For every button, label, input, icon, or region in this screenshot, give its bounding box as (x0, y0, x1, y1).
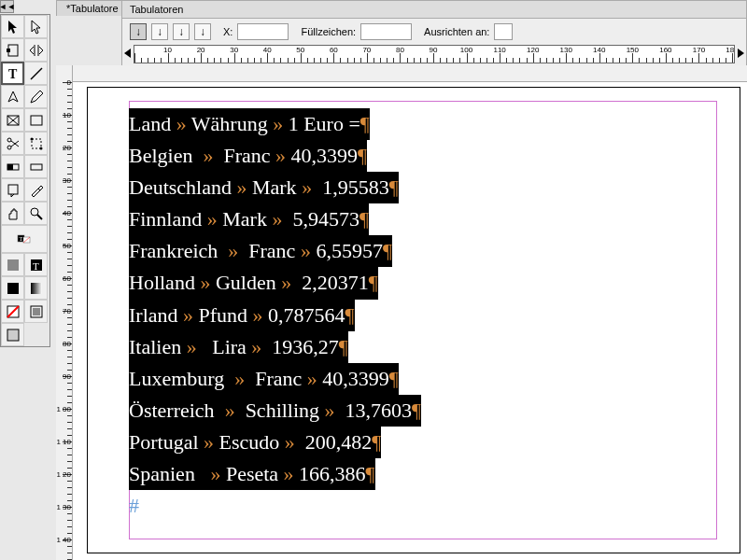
pen-tool[interactable] (1, 85, 24, 108)
scissors-tool[interactable] (1, 132, 24, 155)
horizontal-ruler (73, 65, 747, 82)
align-input[interactable] (494, 23, 513, 40)
formatting-text-icon[interactable]: T (24, 253, 48, 276)
svg-point-13 (30, 137, 33, 140)
gradient-feather-tool[interactable] (24, 155, 48, 178)
gap-tool[interactable] (24, 38, 48, 62)
svg-rect-1 (7, 49, 10, 52)
view-mode-preview-icon[interactable] (1, 323, 24, 346)
decimal-tab-button[interactable]: ↓ (194, 23, 211, 40)
svg-point-14 (39, 147, 42, 149)
x-input[interactable] (237, 23, 289, 40)
text-line: Land » Währung » 1 Euro =¶ (129, 108, 370, 140)
text-line: Spanien » Peseta » 166,386¶ (129, 458, 375, 490)
svg-rect-18 (8, 185, 18, 194)
tab-ruler[interactable]: 1020304050607080901001101201301401501601… (134, 45, 735, 63)
center-tab-button[interactable]: ↓ (151, 23, 168, 40)
document-canvas[interactable]: Land » Währung » 1 Euro =¶Belgien » Fran… (73, 82, 747, 560)
line-tool[interactable] (24, 62, 48, 85)
align-label: Ausrichten an: (424, 26, 489, 37)
tabs-panel-controls: ↓ ↓ ↓ ↓ X: Füllzeichen: Ausrichten an: (122, 19, 746, 45)
collapse-toolbox-button[interactable]: ◄◄ (0, 0, 14, 13)
free-transform-tool[interactable] (24, 132, 48, 155)
story-end-marker: # (129, 494, 139, 517)
hand-tool[interactable] (1, 202, 24, 225)
type-tool[interactable]: T (1, 62, 24, 85)
svg-rect-28 (7, 283, 19, 294)
selection-tool[interactable] (1, 15, 24, 38)
formatting-container-icon[interactable] (1, 253, 24, 276)
tabs-panel: Tabulatoren ↓ ↓ ↓ ↓ X: Füllzeichen: Ausr… (121, 0, 747, 72)
rectangle-tool[interactable] (24, 108, 48, 132)
toolbox: T T T (0, 14, 50, 347)
text-frame[interactable]: Land » Währung » 1 Euro =¶Belgien » Fran… (129, 108, 421, 522)
svg-text:T: T (33, 260, 39, 272)
text-line: Österreich » Schilling » 13,7603¶ (129, 395, 421, 427)
svg-rect-17 (31, 164, 42, 170)
svg-point-19 (31, 208, 38, 216)
text-line: Finnland » Mark » 5,94573¶ (129, 203, 369, 235)
tab-ruler-scroll-right[interactable] (738, 49, 744, 58)
text-line: Frankreich » Franc » 6,55957¶ (129, 235, 392, 267)
tab-ruler-scroll-left[interactable] (124, 49, 131, 58)
x-label: X: (223, 26, 233, 37)
direct-selection-tool[interactable] (24, 15, 48, 38)
svg-point-8 (7, 146, 11, 149)
apply-gradient-icon[interactable] (24, 276, 48, 300)
svg-rect-29 (31, 283, 42, 294)
text-line: Deutschland » Mark » 1,95583¶ (129, 172, 399, 203)
tabs-panel-title: Tabulatoren (122, 1, 746, 19)
right-tab-button[interactable]: ↓ (173, 23, 190, 40)
apply-color-icon[interactable] (1, 276, 24, 300)
text-line: Portugal » Escudo » 200,482¶ (129, 427, 381, 458)
page-tool[interactable] (1, 38, 24, 62)
text-line: Holland » Gulden » 2,20371¶ (129, 267, 378, 299)
apply-none-icon[interactable] (1, 300, 24, 323)
text-line: Irland » Pfund » 0,787564¶ (129, 300, 355, 331)
svg-rect-25 (7, 259, 19, 271)
pencil-tool[interactable] (24, 85, 48, 108)
text-line: Belgien » Franc » 40,3399¶ (129, 140, 367, 172)
svg-rect-12 (32, 139, 41, 148)
eyedropper-tool[interactable] (24, 178, 48, 202)
gradient-swatch-tool[interactable] (1, 155, 24, 178)
fill-input[interactable] (360, 23, 412, 40)
vertical-ruler: 01020304050607080901 001 101 201 301 40 (56, 65, 73, 560)
note-tool[interactable] (1, 178, 24, 202)
rectangle-frame-tool[interactable] (1, 108, 24, 132)
svg-line-3 (31, 68, 42, 79)
fill-label: Füllzeichen: (301, 26, 356, 37)
svg-line-20 (37, 215, 42, 219)
svg-rect-33 (33, 308, 40, 315)
svg-text:T: T (20, 236, 23, 242)
document-tab[interactable]: *Tabulatore (56, 0, 129, 16)
text-line: Luxemburg » Franc » 40,3399¶ (129, 363, 399, 395)
text-line: Italien » Lira » 1936,27¶ (129, 331, 348, 363)
svg-rect-34 (7, 329, 19, 341)
view-mode-normal-icon[interactable] (24, 300, 48, 323)
zoom-tool[interactable] (24, 202, 48, 225)
svg-text:T: T (8, 67, 18, 81)
left-tab-button[interactable]: ↓ (130, 23, 147, 40)
svg-point-9 (7, 138, 11, 142)
fill-stroke-swatch[interactable]: T (1, 225, 48, 253)
svg-rect-16 (7, 164, 13, 170)
svg-rect-7 (31, 116, 42, 125)
